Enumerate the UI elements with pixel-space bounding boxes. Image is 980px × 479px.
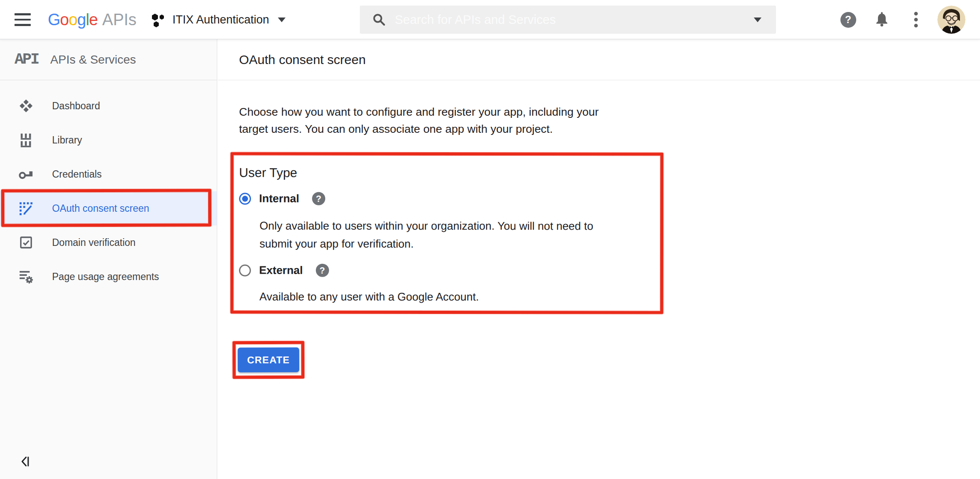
account-avatar[interactable] bbox=[937, 6, 965, 34]
collapse-chevron-icon bbox=[20, 455, 32, 468]
radio-external[interactable] bbox=[239, 264, 251, 276]
sidebar-item-label: OAuth consent screen bbox=[52, 203, 149, 214]
menu-icon[interactable] bbox=[13, 10, 32, 29]
help-button[interactable]: ? bbox=[837, 9, 859, 30]
radio-internal-label: Internal bbox=[259, 192, 299, 205]
help-icon: ? bbox=[840, 12, 856, 28]
sidebar-item-library[interactable]: Library bbox=[0, 123, 217, 157]
sidebar-item-label: Domain verification bbox=[52, 237, 136, 248]
sidebar-item-label: Credentials bbox=[52, 169, 102, 180]
api-logo: API bbox=[15, 51, 38, 68]
google-apis-logo[interactable]: Google APIs bbox=[48, 0, 137, 39]
project-name: ITIX Authentication bbox=[172, 13, 269, 26]
radio-option-internal[interactable]: Internal ? bbox=[239, 192, 325, 205]
sidebar-item-dashboard[interactable]: Dashboard bbox=[0, 89, 217, 123]
radio-internal[interactable] bbox=[239, 193, 251, 204]
external-description-line: Available to any user with a Google Acco… bbox=[260, 288, 479, 306]
sidebar-item-oauth-consent-screen[interactable]: OAuth consent screen bbox=[0, 191, 217, 225]
sidebar-title: APIs & Services bbox=[50, 53, 136, 67]
intro-text: Choose how you want to configure and reg… bbox=[239, 103, 599, 137]
user-type-section: User Type Internal ? Only available to u… bbox=[230, 152, 663, 314]
logo-apis-suffix: APIs bbox=[102, 11, 137, 29]
page-title: OAuth consent screen bbox=[239, 53, 366, 67]
logo-letter: e bbox=[89, 11, 97, 29]
domain-verification-icon bbox=[18, 236, 34, 249]
page-header: OAuth consent screen bbox=[218, 39, 980, 80]
external-help-icon[interactable]: ? bbox=[316, 264, 329, 277]
sidebar-item-domain-verification[interactable]: Domain verification bbox=[0, 225, 217, 260]
annotation-box-create: CREATE bbox=[233, 341, 304, 379]
intro-line: Choose how you want to configure and reg… bbox=[239, 103, 599, 120]
search-bar[interactable] bbox=[360, 6, 776, 34]
internal-description-line: Only available to users within your orga… bbox=[260, 217, 593, 235]
more-options-button[interactable] bbox=[905, 9, 927, 30]
sidebar: API APIs & Services Dashboard bbox=[0, 39, 217, 479]
create-button[interactable]: CREATE bbox=[238, 348, 299, 373]
sidebar-item-label: Page usage agreements bbox=[52, 271, 159, 283]
chevron-down-icon bbox=[278, 18, 286, 22]
radio-option-external[interactable]: External ? bbox=[239, 264, 329, 277]
logo-letter: o bbox=[69, 11, 77, 29]
sidebar-item-label: Library bbox=[52, 134, 82, 146]
user-type-heading: User Type bbox=[239, 166, 297, 180]
library-icon bbox=[18, 133, 34, 147]
logo-letter: g bbox=[77, 11, 86, 29]
notifications-bell-icon bbox=[873, 11, 890, 28]
main-content: OAuth consent screen Choose how you want… bbox=[218, 39, 980, 479]
sidebar-header: API APIs & Services bbox=[0, 39, 217, 80]
logo-letter: o bbox=[60, 11, 69, 29]
search-input[interactable] bbox=[395, 13, 745, 27]
internal-help-icon[interactable]: ? bbox=[312, 192, 325, 205]
more-vertical-icon bbox=[914, 11, 918, 28]
top-app-bar: Google APIs ITIX Authentication bbox=[0, 0, 980, 39]
sidebar-nav: Dashboard Library bbox=[0, 89, 217, 294]
project-hexagons-icon bbox=[149, 11, 166, 28]
logo-letter: l bbox=[86, 11, 89, 29]
logo-letter: G bbox=[48, 11, 60, 29]
search-icon bbox=[372, 12, 386, 27]
dashboard-icon bbox=[18, 99, 34, 113]
sidebar-item-credentials[interactable]: Credentials bbox=[0, 157, 217, 191]
key-icon bbox=[18, 168, 34, 181]
page-usage-icon bbox=[18, 269, 34, 284]
google-cloud-console-page: Google APIs ITIX Authentication bbox=[0, 0, 980, 479]
internal-description: Only available to users within your orga… bbox=[260, 217, 593, 253]
intro-line: target users. You can only associate one… bbox=[239, 120, 599, 137]
oauth-consent-icon bbox=[18, 201, 34, 216]
sidebar-item-page-usage-agreements[interactable]: Page usage agreements bbox=[0, 260, 217, 294]
notifications-button[interactable] bbox=[871, 9, 892, 30]
collapse-sidebar-button[interactable] bbox=[20, 455, 32, 468]
external-description: Available to any user with a Google Acco… bbox=[260, 288, 479, 306]
project-selector[interactable]: ITIX Authentication bbox=[149, 0, 286, 39]
sidebar-item-label: Dashboard bbox=[52, 100, 100, 112]
search-dropdown-arrow-icon[interactable] bbox=[754, 18, 761, 22]
internal-description-line: submit your app for verification. bbox=[260, 235, 593, 253]
radio-external-label: External bbox=[259, 264, 303, 277]
